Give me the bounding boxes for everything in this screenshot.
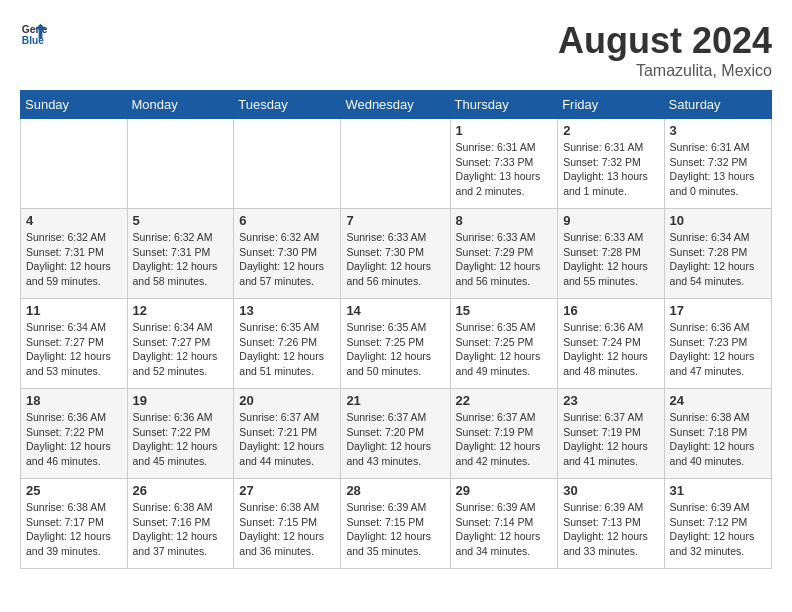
day-detail: Sunrise: 6:31 AM Sunset: 7:32 PM Dayligh… bbox=[563, 140, 658, 199]
day-detail: Sunrise: 6:38 AM Sunset: 7:16 PM Dayligh… bbox=[133, 500, 229, 559]
calendar-day-cell: 6Sunrise: 6:32 AM Sunset: 7:30 PM Daylig… bbox=[234, 209, 341, 299]
svg-text:General: General bbox=[22, 24, 48, 35]
day-number: 30 bbox=[563, 483, 658, 498]
day-detail: Sunrise: 6:38 AM Sunset: 7:17 PM Dayligh… bbox=[26, 500, 122, 559]
day-number: 16 bbox=[563, 303, 658, 318]
calendar-day-cell: 30Sunrise: 6:39 AM Sunset: 7:13 PM Dayli… bbox=[558, 479, 664, 569]
calendar-day-cell: 23Sunrise: 6:37 AM Sunset: 7:19 PM Dayli… bbox=[558, 389, 664, 479]
day-of-week-header: Wednesday bbox=[341, 91, 450, 119]
day-number: 25 bbox=[26, 483, 122, 498]
day-detail: Sunrise: 6:37 AM Sunset: 7:20 PM Dayligh… bbox=[346, 410, 444, 469]
day-of-week-header: Tuesday bbox=[234, 91, 341, 119]
day-detail: Sunrise: 6:39 AM Sunset: 7:14 PM Dayligh… bbox=[456, 500, 553, 559]
calendar-day-cell: 31Sunrise: 6:39 AM Sunset: 7:12 PM Dayli… bbox=[664, 479, 771, 569]
day-number: 23 bbox=[563, 393, 658, 408]
location: Tamazulita, Mexico bbox=[558, 62, 772, 80]
calendar-day-cell: 11Sunrise: 6:34 AM Sunset: 7:27 PM Dayli… bbox=[21, 299, 128, 389]
day-detail: Sunrise: 6:32 AM Sunset: 7:31 PM Dayligh… bbox=[26, 230, 122, 289]
calendar-day-cell: 10Sunrise: 6:34 AM Sunset: 7:28 PM Dayli… bbox=[664, 209, 771, 299]
day-of-week-header: Monday bbox=[127, 91, 234, 119]
day-number: 18 bbox=[26, 393, 122, 408]
calendar-day-cell: 20Sunrise: 6:37 AM Sunset: 7:21 PM Dayli… bbox=[234, 389, 341, 479]
day-number: 21 bbox=[346, 393, 444, 408]
calendar-week-row: 18Sunrise: 6:36 AM Sunset: 7:22 PM Dayli… bbox=[21, 389, 772, 479]
title-block: August 2024 Tamazulita, Mexico bbox=[558, 20, 772, 80]
calendar-day-cell: 19Sunrise: 6:36 AM Sunset: 7:22 PM Dayli… bbox=[127, 389, 234, 479]
calendar-week-row: 11Sunrise: 6:34 AM Sunset: 7:27 PM Dayli… bbox=[21, 299, 772, 389]
day-number: 13 bbox=[239, 303, 335, 318]
day-number: 27 bbox=[239, 483, 335, 498]
calendar-day-cell: 14Sunrise: 6:35 AM Sunset: 7:25 PM Dayli… bbox=[341, 299, 450, 389]
day-detail: Sunrise: 6:37 AM Sunset: 7:19 PM Dayligh… bbox=[563, 410, 658, 469]
day-detail: Sunrise: 6:34 AM Sunset: 7:28 PM Dayligh… bbox=[670, 230, 766, 289]
day-number: 15 bbox=[456, 303, 553, 318]
calendar-day-cell: 15Sunrise: 6:35 AM Sunset: 7:25 PM Dayli… bbox=[450, 299, 558, 389]
day-number: 31 bbox=[670, 483, 766, 498]
month-year: August 2024 bbox=[558, 20, 772, 62]
calendar-day-cell: 1Sunrise: 6:31 AM Sunset: 7:33 PM Daylig… bbox=[450, 119, 558, 209]
day-detail: Sunrise: 6:36 AM Sunset: 7:22 PM Dayligh… bbox=[26, 410, 122, 469]
day-number: 7 bbox=[346, 213, 444, 228]
calendar-day-cell: 21Sunrise: 6:37 AM Sunset: 7:20 PM Dayli… bbox=[341, 389, 450, 479]
day-detail: Sunrise: 6:35 AM Sunset: 7:26 PM Dayligh… bbox=[239, 320, 335, 379]
calendar-day-cell: 29Sunrise: 6:39 AM Sunset: 7:14 PM Dayli… bbox=[450, 479, 558, 569]
day-number: 11 bbox=[26, 303, 122, 318]
day-number: 14 bbox=[346, 303, 444, 318]
day-number: 28 bbox=[346, 483, 444, 498]
calendar-day-cell: 13Sunrise: 6:35 AM Sunset: 7:26 PM Dayli… bbox=[234, 299, 341, 389]
calendar-day-cell: 8Sunrise: 6:33 AM Sunset: 7:29 PM Daylig… bbox=[450, 209, 558, 299]
day-detail: Sunrise: 6:35 AM Sunset: 7:25 PM Dayligh… bbox=[346, 320, 444, 379]
calendar-day-cell: 5Sunrise: 6:32 AM Sunset: 7:31 PM Daylig… bbox=[127, 209, 234, 299]
day-number: 9 bbox=[563, 213, 658, 228]
day-detail: Sunrise: 6:39 AM Sunset: 7:15 PM Dayligh… bbox=[346, 500, 444, 559]
calendar-day-cell: 7Sunrise: 6:33 AM Sunset: 7:30 PM Daylig… bbox=[341, 209, 450, 299]
day-detail: Sunrise: 6:32 AM Sunset: 7:30 PM Dayligh… bbox=[239, 230, 335, 289]
day-number: 1 bbox=[456, 123, 553, 138]
day-number: 6 bbox=[239, 213, 335, 228]
calendar-week-row: 4Sunrise: 6:32 AM Sunset: 7:31 PM Daylig… bbox=[21, 209, 772, 299]
day-number: 19 bbox=[133, 393, 229, 408]
calendar-week-row: 1Sunrise: 6:31 AM Sunset: 7:33 PM Daylig… bbox=[21, 119, 772, 209]
calendar-day-cell bbox=[127, 119, 234, 209]
calendar-day-cell bbox=[341, 119, 450, 209]
day-number: 29 bbox=[456, 483, 553, 498]
day-of-week-header: Sunday bbox=[21, 91, 128, 119]
day-number: 22 bbox=[456, 393, 553, 408]
day-detail: Sunrise: 6:34 AM Sunset: 7:27 PM Dayligh… bbox=[26, 320, 122, 379]
day-number: 10 bbox=[670, 213, 766, 228]
page-header: General Blue August 2024 Tamazulita, Mex… bbox=[20, 20, 772, 80]
day-number: 2 bbox=[563, 123, 658, 138]
calendar-day-cell: 18Sunrise: 6:36 AM Sunset: 7:22 PM Dayli… bbox=[21, 389, 128, 479]
day-detail: Sunrise: 6:38 AM Sunset: 7:18 PM Dayligh… bbox=[670, 410, 766, 469]
calendar-day-cell bbox=[21, 119, 128, 209]
calendar-day-cell: 16Sunrise: 6:36 AM Sunset: 7:24 PM Dayli… bbox=[558, 299, 664, 389]
day-of-week-header: Friday bbox=[558, 91, 664, 119]
day-number: 3 bbox=[670, 123, 766, 138]
day-detail: Sunrise: 6:33 AM Sunset: 7:29 PM Dayligh… bbox=[456, 230, 553, 289]
day-number: 26 bbox=[133, 483, 229, 498]
calendar-day-cell: 28Sunrise: 6:39 AM Sunset: 7:15 PM Dayli… bbox=[341, 479, 450, 569]
calendar-day-cell: 12Sunrise: 6:34 AM Sunset: 7:27 PM Dayli… bbox=[127, 299, 234, 389]
calendar-table: SundayMondayTuesdayWednesdayThursdayFrid… bbox=[20, 90, 772, 569]
day-detail: Sunrise: 6:39 AM Sunset: 7:13 PM Dayligh… bbox=[563, 500, 658, 559]
calendar-day-cell: 4Sunrise: 6:32 AM Sunset: 7:31 PM Daylig… bbox=[21, 209, 128, 299]
day-detail: Sunrise: 6:37 AM Sunset: 7:19 PM Dayligh… bbox=[456, 410, 553, 469]
calendar-day-cell: 9Sunrise: 6:33 AM Sunset: 7:28 PM Daylig… bbox=[558, 209, 664, 299]
calendar-week-row: 25Sunrise: 6:38 AM Sunset: 7:17 PM Dayli… bbox=[21, 479, 772, 569]
calendar-day-cell: 3Sunrise: 6:31 AM Sunset: 7:32 PM Daylig… bbox=[664, 119, 771, 209]
calendar-day-cell: 27Sunrise: 6:38 AM Sunset: 7:15 PM Dayli… bbox=[234, 479, 341, 569]
day-detail: Sunrise: 6:36 AM Sunset: 7:23 PM Dayligh… bbox=[670, 320, 766, 379]
calendar-day-cell: 17Sunrise: 6:36 AM Sunset: 7:23 PM Dayli… bbox=[664, 299, 771, 389]
day-detail: Sunrise: 6:34 AM Sunset: 7:27 PM Dayligh… bbox=[133, 320, 229, 379]
day-number: 4 bbox=[26, 213, 122, 228]
day-detail: Sunrise: 6:36 AM Sunset: 7:22 PM Dayligh… bbox=[133, 410, 229, 469]
day-detail: Sunrise: 6:37 AM Sunset: 7:21 PM Dayligh… bbox=[239, 410, 335, 469]
calendar-day-cell: 24Sunrise: 6:38 AM Sunset: 7:18 PM Dayli… bbox=[664, 389, 771, 479]
day-detail: Sunrise: 6:36 AM Sunset: 7:24 PM Dayligh… bbox=[563, 320, 658, 379]
calendar-day-cell: 26Sunrise: 6:38 AM Sunset: 7:16 PM Dayli… bbox=[127, 479, 234, 569]
day-number: 12 bbox=[133, 303, 229, 318]
day-detail: Sunrise: 6:33 AM Sunset: 7:30 PM Dayligh… bbox=[346, 230, 444, 289]
day-of-week-header: Thursday bbox=[450, 91, 558, 119]
day-detail: Sunrise: 6:39 AM Sunset: 7:12 PM Dayligh… bbox=[670, 500, 766, 559]
day-number: 8 bbox=[456, 213, 553, 228]
